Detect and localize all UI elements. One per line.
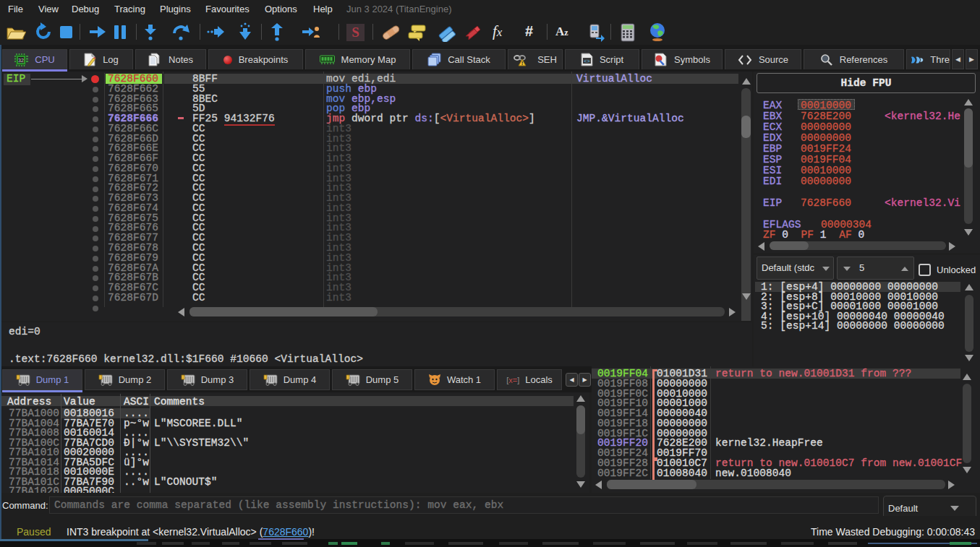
svg-text:32: 32 <box>18 57 24 62</box>
svg-text:<>: <> <box>584 59 589 64</box>
svg-text:!: ! <box>521 60 524 66</box>
